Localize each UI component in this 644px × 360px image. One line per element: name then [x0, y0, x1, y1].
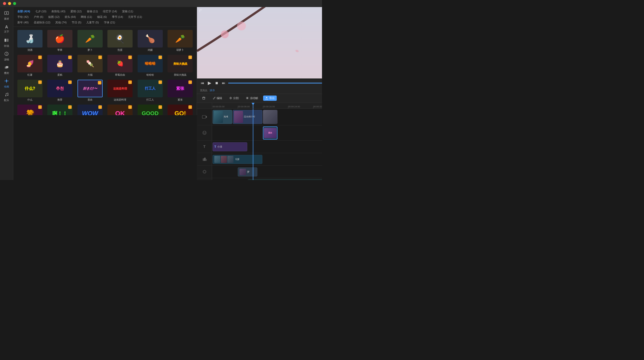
tab-户外[interactable]: 户外 (6): [32, 15, 46, 19]
sticker-推荐[interactable]: 추천 ↓ 推荐: [46, 79, 75, 103]
sticker-煎蛋[interactable]: 🍳 煎蛋: [106, 29, 135, 53]
sticker-啊[interactable]: 啊！！ ↓ 啊: [46, 104, 75, 115]
sidebar-item-配乐[interactable]: 配乐: [0, 91, 13, 104]
svg-rect-10: [197, 7, 322, 78]
sticker-蛋糕[interactable]: 🎂 ↓ 蛋糕: [46, 54, 75, 78]
sticker-清酒[interactable]: 🍶 清酒: [15, 29, 45, 53]
sticker-go[interactable]: GO! ↓ GO: [166, 104, 195, 115]
sidebar-item-素材[interactable]: 素材: [0, 9, 13, 22]
sticker-打工人[interactable]: 打工人 ↓ 打工人: [136, 79, 165, 103]
clip-liuguang[interactable]: 流光倒计时: [233, 110, 262, 124]
sticker-美味大挑战[interactable]: 美味大挑战 ↓ 美味大挑战: [166, 54, 195, 78]
sticker-草莓自由[interactable]: 🍓 ↓ 草莓自由: [106, 54, 135, 78]
tab-箭头[interactable]: 箭头 (64): [63, 15, 78, 19]
sidebar-item-滤镜[interactable]: 滤镜: [0, 50, 13, 63]
tab-字体[interactable]: 字体 (21): [102, 20, 117, 25]
stop-button[interactable]: ⏹: [214, 80, 219, 85]
timeline-section: 编辑 分割 冻结帧: [197, 94, 322, 180]
edit-button[interactable]: 编辑: [211, 96, 224, 101]
delete-button[interactable]: [200, 96, 208, 101]
tab-七夕[interactable]: 七夕 (10): [33, 9, 49, 14]
sticker-label-红薯: 红薯: [27, 73, 32, 77]
animation-icon: [4, 78, 9, 84]
sticker-good[interactable]: GOOD ↓ GOOD: [136, 104, 165, 115]
tab-新年[interactable]: 新年 (40): [15, 20, 31, 25]
sticker-红薯[interactable]: 🍠 ↓ 红薯: [15, 54, 45, 78]
preview-video: 好きだ！〜 喜欢: [197, 7, 322, 78]
tab-其他[interactable]: 其他 (74): [53, 20, 69, 25]
sidebar-item-转场[interactable]: 转场: [0, 36, 13, 49]
clip-filter-label: 6屏: [235, 158, 239, 161]
freeze-button[interactable]: 冻结帧: [244, 96, 260, 101]
tab-食物[interactable]: 食物 (11): [85, 9, 100, 14]
tab-手绘[interactable]: 手绘 (42): [15, 15, 31, 19]
tick-3: [288, 107, 288, 109]
svg-rect-36: [203, 158, 204, 161]
filter-thumb-2: [221, 156, 227, 163]
clip-meng-label: 梦: [247, 170, 250, 174]
timeline-toolbar: 编辑 分割 冻结帧: [197, 94, 322, 103]
split-button[interactable]: 分割: [227, 96, 241, 101]
svg-point-19: [221, 30, 229, 38]
close-button[interactable]: [3, 2, 6, 5]
clip-haitan[interactable]: 海滩: [213, 110, 232, 124]
tab-综艺字[interactable]: 综艺字 (14): [101, 9, 119, 14]
tab-元宵节[interactable]: 元宵节 (11): [126, 15, 144, 19]
tab-季节[interactable]: 季节 (14): [110, 15, 125, 19]
play-button[interactable]: ▶: [207, 80, 212, 85]
clip-aliensunset[interactable]: AlienSunset: [248, 179, 322, 180]
sticker-胡萝卜[interactable]: 🥕 胡萝卜: [166, 29, 195, 53]
sticker-紧张[interactable]: 紧张 ↓ 紧张: [166, 79, 195, 103]
tab-儿童节[interactable]: 儿童节 (5): [84, 20, 101, 25]
sticker-label-蛋糕: 蛋糕: [57, 73, 62, 77]
split-label: 分割: [233, 96, 239, 100]
sticker-哈哈哈[interactable]: 哈哈哈 ↓ 哈哈哈: [136, 54, 165, 78]
sticker-ok[interactable]: OK ↓ OK: [106, 104, 135, 115]
tab-贴图[interactable]: 贴图 (12): [46, 15, 62, 19]
sticker-赞[interactable]: 赞 ↓ 赞: [15, 104, 45, 115]
progress-bar[interactable]: [228, 83, 322, 83]
minimize-button[interactable]: [8, 2, 11, 5]
tab-宠物[interactable]: 宠物 (11): [120, 9, 135, 14]
sidebar-item-叠附[interactable]: 叠附: [0, 63, 13, 76]
sidebar-item-文字[interactable]: A 文字: [0, 23, 13, 36]
next-frame-button[interactable]: ⏭: [221, 80, 226, 85]
tab-网络[interactable]: 网络 (11): [79, 15, 94, 19]
tab-烟花[interactable]: 烟花 (6): [95, 15, 109, 19]
prev-frame-button[interactable]: ⏮: [200, 80, 205, 85]
export-button[interactable]: 导出: [263, 96, 277, 101]
tab-爱情[interactable]: 爱情 (12): [68, 9, 84, 14]
sticker-鸡腿[interactable]: 🍗 鸡腿: [136, 29, 165, 53]
sticker-苹果[interactable]: 🍎 苹果: [46, 29, 75, 53]
sticker-喜欢[interactable]: 好きだ!〜 ↓ 喜欢: [75, 79, 105, 103]
filter-tabs: 全部 (424) 七夕 (10) 表情包 (43) 爱情 (12) 食物 (11…: [13, 7, 197, 27]
text-icon-t: T: [214, 145, 216, 149]
sticker-什么[interactable]: 什么? ↓ 什么: [15, 79, 45, 103]
clip-6screen[interactable]: 6屏: [213, 155, 262, 164]
tick-4: [313, 107, 313, 109]
sticker-萝卜[interactable]: 🥕 萝卜: [75, 29, 105, 53]
tab-表情包[interactable]: 表情包 (43): [49, 9, 67, 14]
sidebar-item-动画[interactable]: 动画: [0, 77, 13, 90]
maximize-button[interactable]: [13, 2, 16, 5]
tab-全部[interactable]: 全部 (424): [15, 9, 32, 14]
sticker-wow[interactable]: WOW ↓ wow: [75, 104, 105, 115]
clip-3[interactable]: [263, 110, 277, 124]
tab-圣诞快乐[interactable]: 圣诞快乐 (12): [32, 20, 53, 25]
sticker-label-哈哈哈: 哈哈哈: [146, 73, 154, 77]
sidebar: 素材 A 文字 转场 滤镜: [0, 7, 13, 180]
sticker-label-大福: 大福: [88, 73, 93, 77]
svg-rect-31: [203, 97, 205, 99]
trash-icon: [202, 96, 206, 100]
svg-rect-2: [5, 39, 6, 42]
thumb-img-1: [214, 111, 223, 123]
clip-meng[interactable]: 梦: [238, 167, 257, 176]
sticker-大福[interactable]: 🍡 ↓ 大福: [75, 54, 105, 78]
ruler-mark-3: 00:00:24.00: [288, 105, 300, 108]
track-area[interactable]: 00:00:00.00 00:00:08.00 00:00:16.00 00:0…: [212, 103, 322, 180]
tab-节日[interactable]: 节日 (5): [70, 20, 84, 25]
title-bar: [0, 0, 322, 7]
clip-xihuan[interactable]: 喜欢: [263, 126, 277, 140]
clip-text-xiaoqing[interactable]: T 小清: [213, 142, 247, 151]
sticker-这就是料理[interactable]: 这就是料理 ↓ 这就是料理: [106, 79, 135, 103]
